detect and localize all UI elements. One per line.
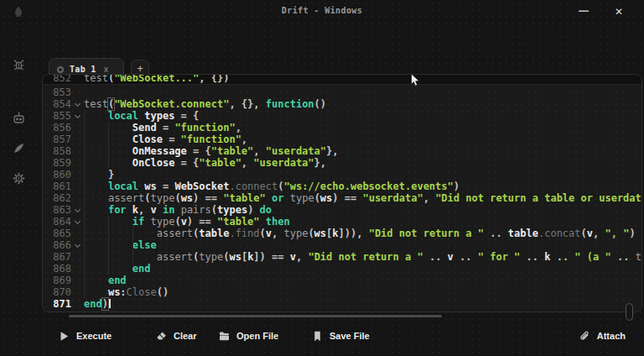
indent-guide	[132, 228, 133, 263]
code-text: assert(type(ws[k]) == v, "Did not return…	[84, 251, 642, 263]
code-line[interactable]: 856 Send = "function",	[43, 122, 641, 134]
code-line[interactable]: 870 ws:Close()	[43, 286, 641, 298]
folder-icon	[219, 331, 230, 342]
line-number: 862	[43, 192, 71, 204]
fold-chevron-icon[interactable]	[71, 239, 84, 251]
fold-chevron-icon[interactable]	[71, 98, 84, 110]
line-number: 854	[43, 98, 71, 110]
line-number: 853	[43, 86, 71, 98]
tab-close-icon[interactable]: x	[104, 65, 109, 74]
open-file-label: Open File	[236, 331, 278, 341]
code-text: else	[84, 239, 157, 251]
code-line[interactable]: 854test("WebSocket.connect", {}, functio…	[43, 98, 641, 110]
title-bar: Drift - Windows — ✕	[0, 0, 644, 24]
bug-icon[interactable]	[12, 57, 26, 71]
tab-label: Tab 1	[70, 65, 96, 74]
attach-label: Attach	[597, 331, 626, 341]
horizontal-scrollbar-thumb[interactable]	[69, 315, 442, 317]
line-number: 865	[43, 228, 71, 239]
code-line[interactable]: 864 if type(v) == "table" then	[43, 216, 641, 228]
code-editor[interactable]: 852test("WebSocket...", {}) 853854test("…	[42, 74, 642, 312]
code-line[interactable]: 857 Close = "function",	[43, 134, 641, 145]
code-text: OnMessage = {"table", "userdata"},	[84, 145, 338, 157]
save-file-label: Save File	[330, 331, 370, 341]
code-text: test("WebSocket...", {})	[84, 75, 229, 84]
code-line[interactable]: 859 OnClose = {"table", "userdata"},	[43, 157, 641, 169]
sidebar	[0, 24, 39, 356]
close-button[interactable]: ✕	[610, 3, 627, 20]
indent-guide	[108, 216, 109, 275]
code-text: end	[84, 263, 150, 275]
code-text: ws:Close()	[84, 286, 169, 298]
text-caret	[109, 299, 111, 308]
code-line[interactable]: 868 end	[43, 263, 641, 275]
attach-button[interactable]: Attach	[579, 328, 626, 343]
fold-chevron-icon[interactable]	[71, 110, 84, 122]
code-lines: 853854test("WebSocket.connect", {}, func…	[43, 86, 641, 310]
code-text: for k, v in pairs(types) do	[84, 204, 272, 216]
minimize-button[interactable]: —	[575, 3, 592, 20]
code-text: end)	[84, 298, 111, 310]
line-number: 858	[43, 145, 71, 157]
tab-icon	[57, 66, 64, 73]
code-text: local ws = WebSocket.connect("ws://echo.…	[84, 181, 460, 192]
vertical-scrollbar-thumb[interactable]	[626, 303, 633, 321]
code-line[interactable]: 871end)	[43, 298, 641, 310]
code-line[interactable]: 860 }	[43, 169, 641, 181]
robot-icon[interactable]	[12, 111, 26, 125]
line-number: 863	[43, 204, 71, 216]
line-number: 871	[43, 298, 71, 310]
pen-icon[interactable]	[12, 141, 26, 155]
bookmark-icon	[312, 331, 323, 342]
code-text: if type(v) == "table" then	[84, 216, 290, 228]
window-title: Drift - Windows	[0, 6, 644, 15]
gear-icon[interactable]	[12, 171, 26, 186]
line-number: 861	[43, 181, 71, 192]
line-number: 852	[43, 75, 71, 84]
line-number: 857	[43, 134, 71, 145]
line-number: 868	[43, 263, 71, 275]
paperclip-icon	[579, 331, 590, 342]
line-number: 866	[43, 239, 71, 251]
execute-label: Execute	[76, 331, 112, 341]
save-file-button[interactable]: Save File	[312, 328, 370, 343]
code-line[interactable]: 869 end	[43, 275, 641, 286]
execute-button[interactable]: Execute	[59, 328, 112, 343]
code-line[interactable]: 853	[43, 86, 641, 98]
code-line[interactable]: 858 OnMessage = {"table", "userdata"},	[43, 145, 641, 157]
line-number: 870	[43, 286, 71, 298]
open-file-button[interactable]: Open File	[219, 328, 278, 343]
code-text: local types = {	[84, 110, 199, 122]
indent-guide	[84, 110, 85, 298]
code-line[interactable]: 863 for k, v in pairs(types) do	[43, 204, 641, 216]
indent-guide	[108, 122, 109, 169]
fold-chevron-icon[interactable]	[71, 204, 84, 216]
code-line[interactable]: 855 local types = {	[43, 110, 641, 122]
code-text: test("WebSocket.connect", {}, function()	[84, 98, 326, 110]
code-line[interactable]: 861 local ws = WebSocket.connect("ws://e…	[43, 181, 641, 192]
line-number: 867	[43, 251, 71, 263]
partial-line-host: 852test("WebSocket...", {})	[43, 75, 641, 85]
code-line[interactable]: 862 assert(type(ws) == "table" or type(w…	[43, 192, 641, 204]
clear-label: Clear	[174, 331, 197, 341]
line-number: 856	[43, 122, 71, 134]
line-number: 869	[43, 275, 71, 286]
code-line[interactable]: 852test("WebSocket...", {})	[43, 75, 641, 84]
clear-button[interactable]: Clear	[156, 328, 197, 343]
code-text: end	[84, 275, 127, 286]
code-text: assert(type(ws) == "table" or type(ws) =…	[84, 192, 642, 204]
eraser-icon	[156, 331, 167, 342]
fold-chevron-icon[interactable]	[71, 216, 84, 228]
line-number: 864	[43, 216, 71, 228]
code-text: }	[84, 169, 114, 181]
code-text: assert(table.find(v, type(ws[k])), "Did …	[84, 228, 642, 239]
line-number: 855	[43, 110, 71, 122]
play-icon	[59, 331, 70, 342]
line-number: 859	[43, 157, 71, 169]
line-number: 860	[43, 169, 71, 181]
code-text: OnClose = {"table", "userdata"},	[84, 157, 326, 169]
